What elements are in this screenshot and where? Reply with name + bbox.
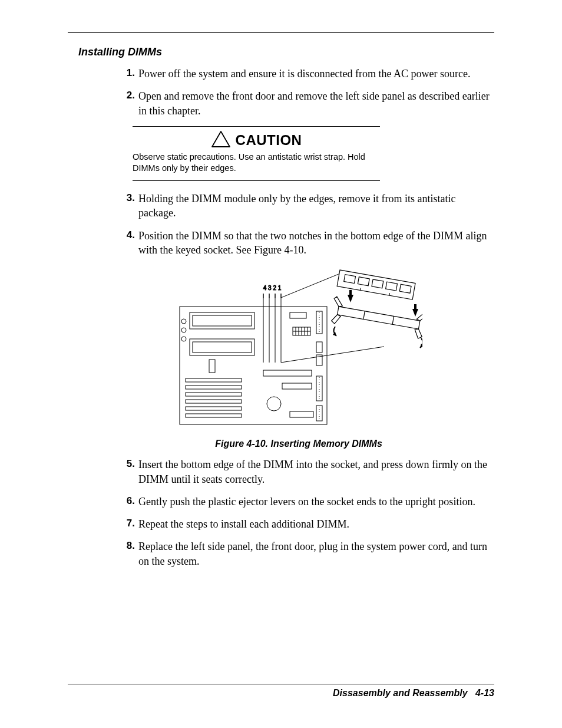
svg-rect-54 [338, 307, 420, 329]
step-7: 7. Repeat the steps to install each addi… [121, 517, 494, 531]
svg-rect-33 [316, 342, 322, 353]
step-2: 2. Open and remove the front door and re… [121, 89, 494, 118]
svg-line-44 [281, 271, 346, 298]
svg-point-7 [181, 328, 186, 332]
svg-rect-10 [186, 378, 242, 382]
step-6: 6. Gently push the plastic ejector lever… [121, 495, 494, 509]
step-text: Open and remove the front door and remov… [138, 90, 490, 116]
figure: 4 3 2 1 [103, 265, 494, 449]
figure-caption: Figure 4-10. Inserting Memory DIMMs [103, 439, 494, 449]
caution-label: CAUTION [236, 132, 302, 149]
step-number: 3. [121, 192, 135, 205]
svg-rect-13 [186, 400, 242, 403]
caution-text: Observe static precautions. Use an antis… [133, 151, 380, 174]
step-4: 4. Position the DIMM so that the two not… [121, 229, 494, 258]
step-text: Holding the DIMM module only by the edge… [138, 193, 455, 219]
steps-list: 3. Holding the DIMM module only by the e… [121, 192, 494, 257]
caution-heading: CAUTION [133, 130, 380, 150]
svg-line-52 [361, 288, 361, 291]
step-text: Replace the left side panel, the front d… [138, 541, 487, 566]
svg-point-6 [181, 319, 186, 324]
footer-page: 4-13 [475, 688, 494, 698]
svg-rect-4 [190, 339, 254, 355]
figure-svg: 4 3 2 1 [175, 265, 422, 430]
caution-box: CAUTION Observe static precautions. Use … [133, 126, 380, 181]
steps-list: 1. Power off the system and ensure it is… [121, 67, 494, 118]
svg-point-42 [267, 397, 281, 411]
svg-rect-9 [209, 360, 215, 373]
page: Installing DIMMs 1. Power off the system… [0, 0, 562, 728]
svg-rect-2 [190, 312, 254, 329]
slot-labels: 4 3 2 1 [263, 285, 282, 291]
section-title: Installing DIMMs [78, 46, 494, 58]
svg-point-8 [181, 337, 186, 341]
svg-rect-5 [193, 342, 252, 353]
svg-rect-58 [414, 304, 416, 310]
caution-block: CAUTION Observe static precautions. Use … [133, 126, 380, 181]
step-text: Gently push the plastic ejector levers o… [138, 496, 475, 508]
svg-marker-0 [212, 131, 230, 147]
svg-rect-14 [186, 407, 242, 410]
footer-text: Dissasembly and Reassembly 4-13 [68, 688, 494, 699]
svg-rect-57 [349, 290, 352, 296]
svg-rect-3 [193, 315, 252, 326]
step-1: 1. Power off the system and ensure it is… [121, 67, 494, 81]
step-text: Repeat the steps to install each additio… [138, 518, 349, 530]
svg-rect-12 [186, 393, 242, 396]
svg-rect-15 [186, 414, 242, 417]
step-number: 7. [121, 517, 135, 531]
steps-list: 5. Insert the bottom edge of the DIMM in… [121, 457, 494, 568]
step-number: 6. [121, 495, 135, 508]
svg-rect-41 [282, 383, 312, 389]
svg-rect-11 [186, 386, 242, 389]
svg-rect-24 [290, 312, 306, 318]
step-number: 2. [121, 89, 135, 103]
step-8: 8. Replace the left side panel, the fron… [121, 539, 494, 568]
footer-rule [68, 684, 494, 684]
page-footer: Dissasembly and Reassembly 4-13 [68, 684, 494, 699]
step-text: Position the DIMM so that the two notche… [138, 230, 487, 256]
svg-line-45 [281, 347, 384, 363]
step-number: 8. [121, 539, 135, 553]
step-5: 5. Insert the bottom edge of the DIMM in… [121, 457, 494, 486]
step-number: 5. [121, 457, 135, 471]
step-number: 1. [121, 67, 135, 80]
step-3: 3. Holding the DIMM module only by the e… [121, 192, 494, 220]
top-rule [68, 32, 494, 33]
caution-triangle-icon [211, 130, 231, 150]
step-number: 4. [121, 229, 135, 242]
svg-rect-40 [263, 370, 312, 376]
svg-line-53 [389, 293, 390, 295]
footer-section: Dissasembly and Reassembly [333, 688, 468, 698]
svg-rect-43 [290, 411, 313, 417]
step-text: Power off the system and ensure it is di… [138, 68, 471, 80]
step-text: Insert the bottom edge of the DIMM into … [138, 459, 487, 485]
